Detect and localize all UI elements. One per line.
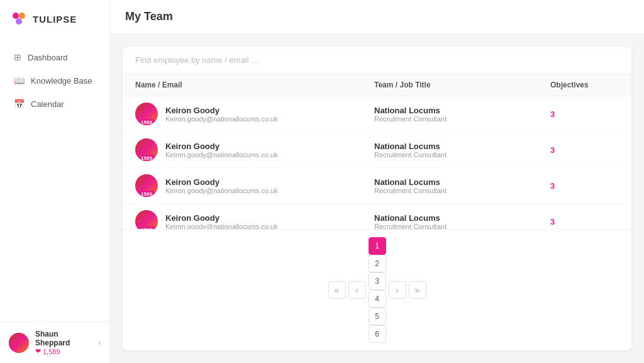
table-body: 1589 Keiron Goody Keiron.goody@nationall… bbox=[123, 96, 631, 229]
knowledge-base-icon: 📖 bbox=[14, 75, 25, 86]
dashboard-icon: ⊞ bbox=[14, 52, 21, 62]
employee-email: Keiron.goody@nationallocums.co.uk bbox=[165, 115, 278, 123]
table-header: Name / Email Team / Job Title Objectives bbox=[123, 74, 631, 96]
team-name: National Locums bbox=[374, 142, 550, 151]
pagination-first[interactable]: « bbox=[328, 281, 346, 299]
heart-icon: ❤ bbox=[35, 347, 41, 355]
team-card: Name / Email Team / Job Title Objectives… bbox=[123, 47, 631, 350]
employee-cell: 1589 Keiron Goody Keiron.goody@nationall… bbox=[135, 138, 374, 161]
pagination-page-6[interactable]: 6 bbox=[369, 325, 386, 343]
sidebar: TULIPSE ⊞ Dashboard 📖 Knowledge Base 📅 C… bbox=[0, 0, 110, 363]
main-content: My Team Name / Email Team / Job Title Ob… bbox=[110, 0, 644, 363]
employee-name: Keiron Goody bbox=[165, 142, 278, 151]
user-score: ❤ 1,589 bbox=[35, 347, 92, 355]
employee-email: Keiron.goody@nationallocums.co.uk bbox=[165, 223, 278, 230]
svg-point-1 bbox=[19, 13, 25, 19]
avatar: 1589 bbox=[135, 103, 158, 125]
objectives-count[interactable]: 3 bbox=[550, 109, 631, 119]
objectives-count[interactable]: 3 bbox=[550, 217, 631, 226]
header-name-email: Name / Email bbox=[135, 81, 374, 89]
table-row: 1589 Keiron Goody Keiron.goody@nationall… bbox=[123, 132, 631, 168]
employee-name: Keiron Goody bbox=[165, 177, 278, 187]
pagination-page-2[interactable]: 2 bbox=[369, 255, 386, 272]
logo-text: TULIPSE bbox=[33, 14, 77, 25]
logo-icon bbox=[10, 10, 28, 28]
employee-cell: 1589 Keiron Goody Keiron.goody@nationall… bbox=[135, 103, 374, 125]
table-row: 1589 Keiron Goody Keiron.goody@nationall… bbox=[123, 96, 631, 132]
sidebar-nav: ⊞ Dashboard 📖 Knowledge Base 📅 Calendar bbox=[0, 40, 109, 321]
pagination-page-1[interactable]: 1 bbox=[369, 237, 386, 255]
pagination-next[interactable]: › bbox=[389, 281, 406, 299]
search-input[interactable] bbox=[135, 55, 619, 65]
pagination-last[interactable]: » bbox=[409, 281, 426, 299]
expand-icon[interactable]: › bbox=[98, 338, 101, 347]
pagination-page-4[interactable]: 4 bbox=[369, 290, 386, 308]
user-name: Shaun Sheppard bbox=[35, 330, 92, 347]
pagination-page-5[interactable]: 5 bbox=[369, 308, 386, 325]
score-badge: 1589 bbox=[138, 191, 155, 197]
user-profile[interactable]: Shaun Sheppard ❤ 1,589 › bbox=[0, 321, 109, 363]
avatar: 1589 bbox=[135, 138, 158, 161]
score-badge: 1589 bbox=[138, 226, 155, 229]
job-title: Recruitment Consultant bbox=[374, 151, 550, 159]
sidebar-item-label: Knowledge Base bbox=[31, 76, 92, 86]
avatar: 1589 bbox=[135, 174, 158, 197]
header-team-job: Team / Job Title bbox=[374, 81, 550, 89]
header-objectives: Objectives bbox=[550, 81, 631, 89]
page-title: My Team bbox=[125, 10, 629, 23]
objectives-count[interactable]: 3 bbox=[550, 145, 631, 155]
table-row: 1589 Keiron Goody Keiron.goody@nationall… bbox=[123, 168, 631, 204]
avatar bbox=[9, 333, 29, 353]
pagination-prev[interactable]: ‹ bbox=[348, 281, 366, 299]
objectives-count[interactable]: 3 bbox=[550, 181, 631, 191]
sidebar-item-label: Dashboard bbox=[28, 53, 68, 62]
sidebar-item-dashboard[interactable]: ⊞ Dashboard bbox=[4, 46, 106, 69]
sidebar-item-label: Calendar bbox=[31, 99, 64, 109]
employee-name: Keiron Goody bbox=[165, 213, 278, 223]
team-name: National Locums bbox=[374, 177, 550, 187]
employee-email: Keiron.goody@nationallocums.co.uk bbox=[165, 151, 278, 159]
employee-email: Keiron.goody@nationallocums.co.uk bbox=[165, 187, 278, 194]
score-badge: 1589 bbox=[138, 155, 155, 161]
svg-point-0 bbox=[13, 13, 19, 19]
employee-cell: 1589 Keiron Goody Keiron.goody@nationall… bbox=[135, 210, 374, 229]
svg-point-2 bbox=[16, 18, 22, 25]
top-bar: My Team bbox=[110, 0, 644, 34]
pagination-page-3[interactable]: 3 bbox=[369, 272, 386, 290]
pagination: « ‹ 123456 › » bbox=[123, 229, 631, 350]
employee-cell: 1589 Keiron Goody Keiron.goody@nationall… bbox=[135, 174, 374, 197]
content-area: Name / Email Team / Job Title Objectives… bbox=[110, 34, 644, 363]
table-row: 1589 Keiron Goody Keiron.goody@nationall… bbox=[123, 204, 631, 229]
sidebar-item-knowledge-base[interactable]: 📖 Knowledge Base bbox=[4, 69, 106, 92]
calendar-icon: 📅 bbox=[14, 99, 25, 109]
logo: TULIPSE bbox=[0, 0, 109, 40]
job-title: Recruitment Consultant bbox=[374, 187, 550, 194]
user-info: Shaun Sheppard ❤ 1,589 bbox=[35, 330, 92, 355]
score-badge: 1589 bbox=[138, 119, 155, 125]
team-name: National Locums bbox=[374, 106, 550, 115]
employee-name: Keiron Goody bbox=[165, 106, 278, 115]
sidebar-item-calendar[interactable]: 📅 Calendar bbox=[4, 92, 106, 115]
search-bar bbox=[123, 47, 631, 74]
avatar: 1589 bbox=[135, 210, 158, 229]
team-name: National Locums bbox=[374, 213, 550, 223]
job-title: Recruitment Consultant bbox=[374, 115, 550, 123]
job-title: Recruitment Consultant bbox=[374, 223, 550, 230]
